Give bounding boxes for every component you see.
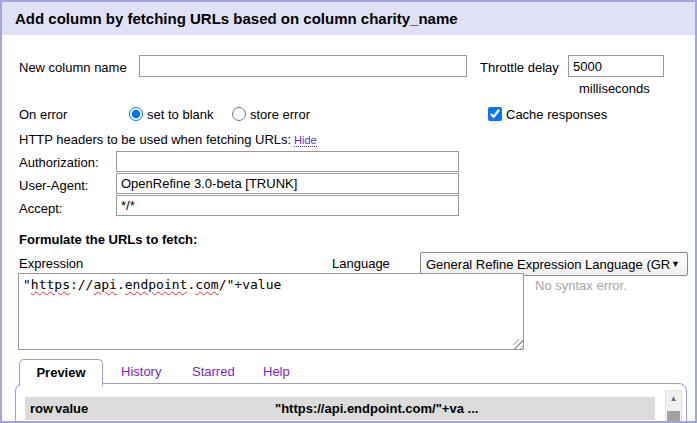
add-column-by-fetching-urls-dialog: Add column by fetching URLs based on col… xyxy=(0,0,697,423)
throttle-delay-label: Throttle delay xyxy=(480,60,559,75)
tab-preview[interactable]: Preview xyxy=(19,359,103,386)
user-agent-input[interactable] xyxy=(116,173,459,194)
http-headers-label: HTTP headers to be used when fetching UR… xyxy=(19,132,291,147)
column-header-row: row xyxy=(30,401,55,416)
tab-help[interactable]: Help xyxy=(263,364,290,379)
expression-label: Expression xyxy=(19,256,83,271)
column-header-expression: "https://api.endpoint.com/"+va ... xyxy=(275,401,650,416)
user-agent-label: User-Agent: xyxy=(19,178,88,193)
textarea-resize-grip[interactable] xyxy=(513,339,524,350)
on-error-set-to-blank-radio[interactable] xyxy=(129,107,143,121)
http-headers-hide-link[interactable]: Hide xyxy=(294,134,317,147)
on-error-set-to-blank-label[interactable]: set to blank xyxy=(147,107,214,122)
syntax-status-text: No syntax error. xyxy=(535,278,627,293)
preview-panel: row value "https://api.endpoint.com/"+va… xyxy=(15,383,687,423)
scrollbar-thumb[interactable] xyxy=(667,411,680,423)
preview-table-header-row: row value "https://api.endpoint.com/"+va… xyxy=(25,397,655,420)
authorization-label: Authorization: xyxy=(19,155,99,170)
screenshot-stage: Add column by fetching URLs based on col… xyxy=(0,0,697,423)
tab-history[interactable]: History xyxy=(121,364,161,379)
on-error-store-error-radio[interactable] xyxy=(232,107,246,121)
language-label: Language xyxy=(332,256,390,271)
on-error-store-error-label[interactable]: store error xyxy=(250,107,310,122)
throttle-delay-input[interactable] xyxy=(568,55,664,77)
cache-responses-label[interactable]: Cache responses xyxy=(506,107,607,122)
authorization-input[interactable] xyxy=(116,151,459,172)
new-column-name-label: New column name xyxy=(19,60,127,75)
throttle-unit-label: milliseconds xyxy=(579,81,650,96)
expression-input[interactable]: "https://api.endpoint.com/"+value xyxy=(18,273,524,350)
accept-input[interactable] xyxy=(116,195,459,216)
on-error-label: On error xyxy=(19,107,67,122)
formulate-urls-heading: Formulate the URLs to fetch: xyxy=(19,232,197,247)
cache-responses-checkbox[interactable] xyxy=(488,107,502,121)
column-header-value: value xyxy=(55,401,275,416)
tab-starred[interactable]: Starred xyxy=(192,364,235,379)
accept-label: Accept: xyxy=(19,201,62,216)
dialog-title: Add column by fetching URLs based on col… xyxy=(2,2,695,35)
select-dropdown-arrow-icon: ▼ xyxy=(671,259,687,269)
language-selected-option: General Refine Expression Language (GREL… xyxy=(421,257,671,272)
preview-scrollbar[interactable]: ▲ xyxy=(665,390,682,423)
scrollbar-up-arrow-icon[interactable]: ▲ xyxy=(666,391,681,405)
new-column-name-input[interactable] xyxy=(139,55,467,77)
